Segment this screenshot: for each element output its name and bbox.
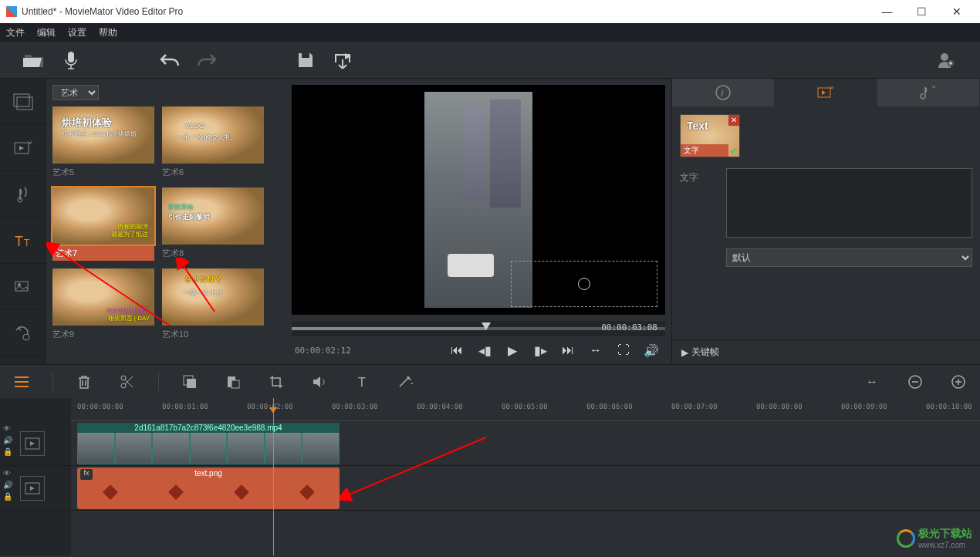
asset-label: 艺术8 xyxy=(162,246,264,261)
asset-item[interactable]: 梦想系动引你走到黎明 艺术8 xyxy=(162,187,264,261)
text-clip[interactable]: fx text.png xyxy=(77,468,340,509)
menu-help[interactable]: 帮助 xyxy=(99,26,117,39)
timeline-menu-button[interactable] xyxy=(9,370,34,394)
prop-label-text: 文字 xyxy=(680,168,726,184)
text-track-icon xyxy=(20,476,45,501)
prop-label-font xyxy=(680,248,726,251)
next-frame-button[interactable]: ▮▸ xyxy=(529,339,551,361)
playhead[interactable] xyxy=(273,398,274,555)
track-mute-icon[interactable]: 🔊 xyxy=(3,481,12,489)
add-text-button[interactable]: T xyxy=(350,370,375,394)
asset-item-selected[interactable]: 所有的颠沛都是为了抵达 艺术7 xyxy=(52,187,154,261)
paste-button[interactable] xyxy=(221,370,245,394)
copy-button[interactable] xyxy=(177,370,202,394)
tab-text[interactable]: TT xyxy=(0,218,46,264)
menu-edit[interactable]: 编辑 xyxy=(37,26,56,39)
watermark: 极光下载站www.xz7.com xyxy=(897,527,972,549)
menu-file[interactable]: 文件 xyxy=(6,26,25,39)
minimize-button[interactable]: — xyxy=(870,0,904,23)
left-sidebar: TT xyxy=(0,79,46,364)
titlebar: Untitled* - MovieMator Video Editor Pro … xyxy=(0,0,980,23)
tab-audio-filters[interactable] xyxy=(0,171,46,218)
zoom-fit-button[interactable]: ↔ xyxy=(860,370,884,394)
preview-scrubber[interactable]: 00:00:03:08 xyxy=(292,321,665,336)
volume-button[interactable]: 🔊 xyxy=(640,339,662,361)
video-track-header[interactable]: 👁🔊🔒 xyxy=(0,421,71,466)
prev-frame-button[interactable]: ◂▮ xyxy=(474,339,495,361)
export-button[interactable] xyxy=(324,45,361,76)
asset-item[interactable]: 烘培初体验打卡地点：cake私房烘焙馆 艺术5 xyxy=(52,106,154,180)
svg-point-22 xyxy=(410,379,411,380)
properties-tab-audio-fx[interactable] xyxy=(877,79,980,106)
effects-button[interactable] xyxy=(394,370,418,394)
remove-effect-icon[interactable]: ✕ xyxy=(728,115,739,126)
redo-button[interactable] xyxy=(188,45,225,76)
fullscreen-button[interactable]: ⛶ xyxy=(613,339,634,361)
keyframe-bar: ▶ 关键帧 xyxy=(671,339,980,364)
maximize-button[interactable]: ☐ xyxy=(904,0,939,23)
svg-text:i: i xyxy=(721,87,725,99)
goto-end-button[interactable]: ⏭ xyxy=(557,339,579,361)
split-button[interactable] xyxy=(115,370,140,394)
crop-button[interactable] xyxy=(264,370,289,394)
svg-point-1 xyxy=(941,53,948,61)
close-button[interactable]: ✕ xyxy=(939,0,974,23)
track-lock-icon[interactable]: 🔒 xyxy=(3,492,12,501)
svg-text:T: T xyxy=(15,234,23,249)
track-lock-icon[interactable]: 🔒 xyxy=(3,447,12,456)
properties-panel: i Text ✕ ✔ 文字 文字 默认 xyxy=(671,79,980,364)
open-folder-button[interactable] xyxy=(15,45,52,76)
tab-media[interactable] xyxy=(0,79,46,125)
window-title: Untitled* - MovieMator Video Editor Pro xyxy=(22,6,183,17)
keyframe-button[interactable]: ▶ 关键帧 xyxy=(681,346,719,359)
record-audio-button[interactable] xyxy=(52,45,90,76)
properties-tab-video-fx[interactable] xyxy=(775,79,877,106)
svg-rect-9 xyxy=(15,282,28,291)
fx-badge: fx xyxy=(80,469,93,480)
app-logo-icon xyxy=(6,6,17,17)
video-clip[interactable]: 2d161a817b7a2c873f6e4820ee3e988.mp4 xyxy=(77,423,340,464)
asset-item[interactable]: SUNNY一晴一会 七月 艺术10 xyxy=(162,268,264,342)
play-button[interactable]: ▶ xyxy=(502,339,523,361)
timeline-ruler[interactable]: 00:00:00:00 00:00:01:00 00:00:02:00 00:0… xyxy=(71,398,980,421)
goto-start-button[interactable]: ⏮ xyxy=(446,339,468,361)
delete-button[interactable] xyxy=(72,370,96,394)
zoom-out-button[interactable] xyxy=(903,370,928,394)
svg-point-23 xyxy=(411,383,413,384)
account-button[interactable] xyxy=(928,45,965,76)
track-mute-icon[interactable]: 🔊 xyxy=(3,436,12,444)
menu-settings[interactable]: 设置 xyxy=(68,26,86,39)
preview-text-overlay[interactable] xyxy=(511,261,657,307)
tab-video-filters[interactable] xyxy=(0,125,46,171)
asset-item[interactable]: VLOG一生一次的成人礼 艺术6 xyxy=(162,106,264,180)
tab-stickers[interactable] xyxy=(0,264,46,310)
timeline-toolbar: T ↔ xyxy=(0,364,980,398)
text-content-input[interactable] xyxy=(726,168,972,238)
loading-spinner-icon xyxy=(578,278,590,290)
track-visibility-icon[interactable]: 👁 xyxy=(3,424,12,433)
video-track-icon xyxy=(20,431,45,456)
applied-effect-thumb[interactable]: Text ✕ ✔ 文字 xyxy=(680,114,740,157)
asset-category-dropdown[interactable]: 艺术 xyxy=(52,85,99,100)
properties-tab-info[interactable]: i xyxy=(672,79,775,106)
audio-button[interactable] xyxy=(307,370,332,394)
text-track-header[interactable]: 👁🔊🔒 xyxy=(0,466,71,511)
watermark-logo-icon xyxy=(897,529,915,548)
svg-rect-18 xyxy=(187,379,196,388)
fit-button[interactable]: ↔ xyxy=(585,339,607,361)
preview-panel: 00:00:03:08 00:00:02:12 ⏮ ◂▮ ▶ ▮▸ ⏭ ↔ ⛶ … xyxy=(286,79,671,364)
font-select[interactable]: 默认 xyxy=(726,248,972,267)
asset-item[interactable]: RAINING | 雨天相依而言 | DAY 艺术9 xyxy=(52,268,154,342)
preview-controls: 00:00:02:12 ⏮ ◂▮ ▶ ▮▸ ⏭ ↔ ⛶ 🔊 xyxy=(286,336,671,364)
tab-transitions[interactable] xyxy=(0,310,46,356)
timeline: 👁🔊🔒 👁🔊🔒 00:00:00:00 00:00:01:00 00:00:02… xyxy=(0,398,980,555)
save-button[interactable] xyxy=(287,45,324,76)
undo-button[interactable] xyxy=(151,45,188,76)
track-visibility-icon[interactable]: 👁 xyxy=(3,469,12,478)
asset-label: 艺术6 xyxy=(162,165,264,180)
asset-label: 艺术10 xyxy=(162,327,264,342)
preview-canvas[interactable] xyxy=(292,85,665,315)
top-toolbar xyxy=(0,42,980,79)
asset-label: 艺术7 xyxy=(52,246,154,261)
zoom-in-button[interactable] xyxy=(946,370,971,394)
